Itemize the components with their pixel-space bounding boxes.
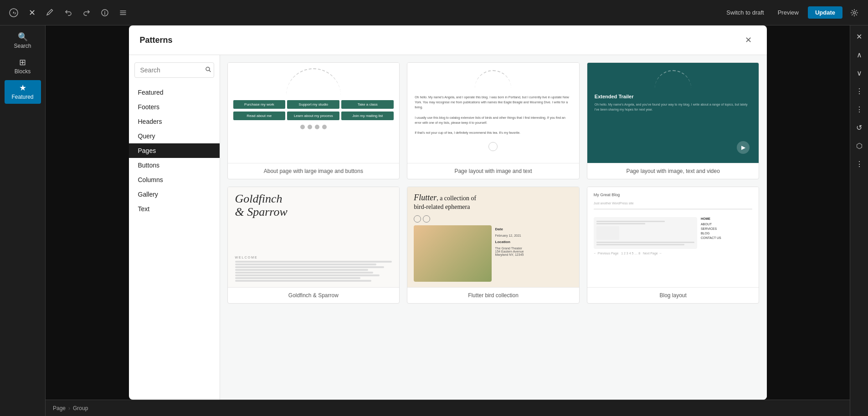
wordpress-logo-button[interactable] (5, 5, 22, 21)
pattern-label-video: Page layout with image, text and video (587, 163, 759, 179)
nav-item-buttons[interactable]: Buttons (129, 158, 220, 172)
list-view-button[interactable] (115, 5, 131, 21)
info-button[interactable] (97, 5, 113, 21)
modal-close-button[interactable]: ✕ (741, 33, 756, 47)
modal-overlay: Patterns ✕ Featured Footers Headers Quer… (46, 25, 850, 400)
content-panel: Purchase my work Support my studio Take … (220, 55, 767, 400)
right-sidebar: ✕ ∧ ∨ ⋮ ⋮ ↺ ⬡ ⋮ (850, 25, 868, 416)
modal-title: Patterns (140, 36, 173, 45)
nav-item-featured[interactable]: Featured (129, 85, 220, 100)
breadcrumb: Page › Group (53, 405, 88, 411)
nav-item-query[interactable]: Query (129, 129, 220, 143)
undo-button[interactable] (60, 5, 77, 21)
edit-icon-button[interactable] (42, 5, 58, 21)
nav-item-headers[interactable]: Headers (129, 114, 220, 129)
patterns-grid: Purchase my work Support my studio Take … (227, 62, 760, 304)
toolbar-right: Switch to draft Preview Update (722, 5, 863, 21)
pattern-preview-video: Extended Trailer Oh hello. My name's Ang… (587, 63, 759, 163)
pattern-card-goldfinch[interactable]: Goldfinch& Sparrow WELCOME (227, 187, 400, 304)
blocks-icon: ⊞ (19, 58, 26, 66)
nav-item-pages[interactable]: Pages (129, 143, 220, 158)
nav-item-text[interactable]: Text (129, 202, 220, 216)
pattern-preview-flutter: Flutter, a collection ofbird-related eph… (407, 187, 579, 287)
more-options-button-2[interactable]: ⋮ (852, 102, 867, 117)
patterns-modal: Patterns ✕ Featured Footers Headers Quer… (129, 25, 767, 400)
pattern-label-goldfinch: Goldfinch & Sparrow (228, 287, 400, 303)
left-sidebar: 🔍 Search ⊞ Blocks ★ Featured (0, 25, 46, 416)
pattern-label-image-text: Page layout with image and text (407, 163, 579, 179)
chevron-down-button[interactable]: ∨ (852, 66, 867, 80)
sidebar-item-search[interactable]: 🔍 Search (5, 29, 41, 53)
more-options-button-1[interactable]: ⋮ (852, 84, 867, 98)
pattern-card-video[interactable]: Extended Trailer Oh hello. My name's Ang… (587, 62, 760, 179)
pattern-card-blog[interactable]: My Great Blog Just another WordPress sit… (587, 187, 760, 304)
settings-button[interactable] (846, 5, 863, 21)
reset-button[interactable]: ↺ (852, 120, 867, 135)
sidebar-item-featured-label: Featured (11, 94, 33, 100)
dimensions-button[interactable]: ⬡ (852, 138, 867, 153)
breadcrumb-page[interactable]: Page (53, 405, 66, 411)
pattern-label-flutter: Flutter bird collection (407, 287, 579, 303)
breadcrumb-separator: › (68, 405, 70, 411)
sidebar-item-featured[interactable]: ★ Featured (5, 80, 41, 104)
nav-item-columns[interactable]: Columns (129, 172, 220, 187)
search-box (134, 62, 214, 78)
nav-panel: Featured Footers Headers Query Pages But… (129, 55, 220, 400)
modal-body: Featured Footers Headers Query Pages But… (129, 55, 767, 400)
svg-point-2 (853, 11, 856, 14)
more-options-button-3[interactable]: ⋮ (852, 157, 867, 171)
pattern-preview-image-text: Oh hello. My name's Angela, and I operat… (407, 63, 579, 163)
pattern-label-about: About page with large image and buttons (228, 163, 400, 179)
pattern-label-blog: Blog layout (587, 287, 759, 303)
nav-item-gallery[interactable]: Gallery (129, 187, 220, 202)
sidebar-item-search-label: Search (14, 43, 31, 49)
search-input[interactable] (134, 62, 214, 78)
featured-icon: ★ (19, 84, 26, 92)
sidebar-item-blocks[interactable]: ⊞ Blocks (5, 55, 41, 78)
pattern-card-about[interactable]: Purchase my work Support my studio Take … (227, 62, 400, 179)
close-panel-button[interactable]: ✕ (852, 29, 867, 44)
toolbar-left: ✕ (5, 5, 131, 21)
nav-item-footers[interactable]: Footers (129, 100, 220, 114)
switch-to-draft-button[interactable]: Switch to draft (722, 6, 768, 19)
chevron-up-button[interactable]: ∧ (852, 47, 867, 62)
sidebar-item-blocks-label: Blocks (15, 68, 31, 75)
modal-header: Patterns ✕ (129, 25, 767, 55)
bottom-bar: Page › Group (46, 400, 850, 416)
update-button[interactable]: Update (808, 6, 842, 19)
close-button[interactable]: ✕ (24, 5, 40, 21)
pattern-preview-about: Purchase my work Support my studio Take … (228, 63, 400, 163)
preview-button[interactable]: Preview (772, 6, 804, 19)
breadcrumb-group[interactable]: Group (73, 405, 88, 411)
pattern-card-flutter[interactable]: Flutter, a collection ofbird-related eph… (407, 187, 580, 304)
redo-button[interactable] (78, 5, 95, 21)
pattern-preview-blog: My Great Blog Just another WordPress sit… (587, 187, 759, 287)
search-submit-button[interactable] (205, 66, 211, 74)
pattern-preview-goldfinch: Goldfinch& Sparrow WELCOME (228, 187, 400, 287)
pattern-card-image-text[interactable]: Oh hello. My name's Angela, and I operat… (407, 62, 580, 179)
toolbar: ✕ Switch to draft Preview Update (0, 0, 868, 25)
search-icon: 🔍 (18, 33, 28, 41)
